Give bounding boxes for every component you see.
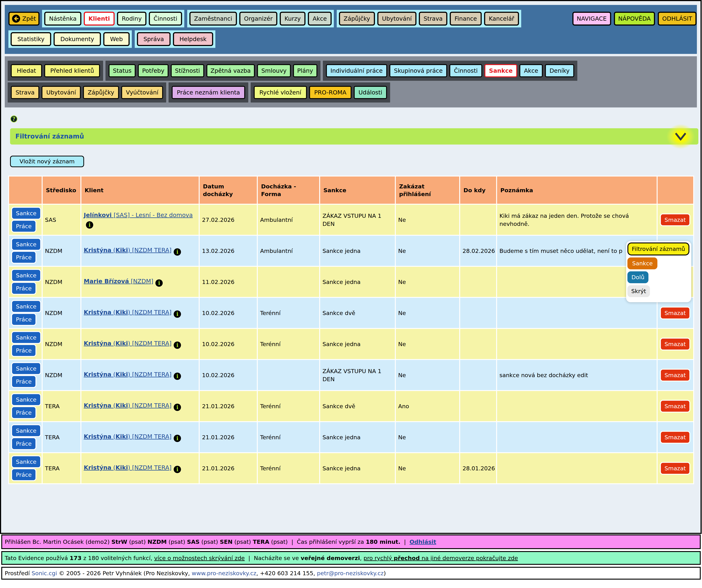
info-icon[interactable]: i [155, 279, 163, 287]
row-prace-button[interactable]: Práce [11, 406, 36, 419]
klient-link[interactable]: Kristýna (Kiki) [NZDM TERA] [84, 402, 171, 409]
nav-item-pot-eby[interactable]: Potřeby [138, 64, 168, 77]
klient-link[interactable]: Kristýna (Kiki) [NZDM TERA] [84, 371, 171, 378]
nav-item-klienti[interactable]: Klienti [84, 12, 115, 26]
hiding-options-link[interactable]: více o možnostech skrývání zde [154, 555, 245, 561]
info-icon[interactable]: i [86, 221, 93, 229]
filter-expand-control[interactable] [663, 121, 698, 152]
nav-item-finance[interactable]: Finance [450, 12, 481, 26]
row-prace-button[interactable]: Práce [11, 220, 36, 233]
nav-item-ubytov-n-[interactable]: Ubytování [41, 86, 81, 99]
delete-row-button[interactable]: Smazat [660, 462, 690, 475]
nav-item-dokumenty[interactable]: Dokumenty [53, 32, 101, 46]
delete-row-button[interactable]: Smazat [660, 213, 690, 226]
nav-item-organiz-r[interactable]: Organizér [239, 12, 277, 26]
nav-item--innosti[interactable]: Činnosti [149, 12, 182, 26]
demo-switch-link[interactable]: pro rychlý [363, 555, 393, 561]
nav-item-z-p-j-ky[interactable]: Zápůjčky [83, 86, 119, 99]
nav-item-akce[interactable]: Akce [308, 12, 332, 26]
nav-item-odhl-sit[interactable]: ODHLÁSIT [658, 12, 697, 26]
row-prace-button[interactable]: Práce [11, 468, 36, 481]
nav-item-smlouvy[interactable]: Smlouvy [257, 64, 291, 77]
filter-records-bar[interactable]: Filtrování záznamů [10, 128, 698, 145]
nav-item-den-ky[interactable]: Deníky [545, 64, 574, 77]
nav-item-kurzy[interactable]: Kurzy [280, 12, 306, 26]
klient-link[interactable]: Kristýna (Kiki) [NZDM TERA] [84, 247, 171, 254]
row-prace-button[interactable]: Práce [11, 437, 36, 450]
nav-item-hledat[interactable]: Hledat [11, 64, 42, 77]
nav-item-spr-va[interactable]: Správa [137, 32, 170, 46]
delete-row-button[interactable]: Smazat [660, 307, 690, 319]
row-sankce-button[interactable]: Sankce [11, 331, 41, 344]
info-icon[interactable]: i [174, 404, 181, 411]
info-icon[interactable]: i [174, 373, 181, 380]
website-link[interactable]: www.pro-neziskovky.cz [192, 570, 256, 577]
delete-row-button[interactable]: Smazat [660, 338, 690, 350]
nav-item-zp-tn-vazba[interactable]: Zpětná vazba [206, 64, 255, 77]
row-prace-button[interactable]: Práce [11, 344, 36, 357]
row-sankce-button[interactable]: Sankce [11, 455, 41, 468]
klient-link[interactable]: Kristýna (Kiki) [NZDM TERA] [84, 340, 171, 347]
footer-text-part[interactable]: přechod [394, 555, 420, 561]
delete-row-button[interactable]: Smazat [660, 431, 690, 444]
nav-item-akce[interactable]: Akce [519, 64, 543, 77]
nav-item-n-pov-da[interactable]: NÁPOVĚDA [614, 12, 655, 26]
nav-item-p-ehled-klient-[interactable]: Přehled klientů [44, 64, 100, 77]
row-sankce-button[interactable]: Sankce [11, 424, 41, 437]
nav-item-ud-losti[interactable]: Události [354, 86, 387, 99]
nav-item-n-st-nka[interactable]: Nástěnka [44, 12, 81, 26]
klient-link[interactable]: Kristýna (Kiki) [NZDM TERA] [84, 309, 171, 316]
nav-item-pro-roma[interactable]: PRO-ROMA [309, 86, 352, 99]
nav-item-kancel-[interactable]: Kancelář [484, 12, 519, 26]
info-icon[interactable]: i [174, 466, 181, 473]
email-link[interactable]: petr@pro-neziskovky.cz [317, 570, 384, 577]
nav-item-st-nosti[interactable]: Stížnosti [171, 64, 204, 77]
nav-item-helpdesk[interactable]: Helpdesk [173, 32, 213, 46]
info-icon[interactable]: i [174, 248, 181, 256]
klient-link[interactable]: Jelínkovi [SAS] - Lesní - Bez domova [84, 211, 193, 218]
row-sankce-button[interactable]: Sankce [11, 238, 41, 251]
info-icon[interactable]: i [174, 310, 181, 318]
row-sankce-button[interactable]: Sankce [11, 269, 41, 282]
nav-item-individu-ln-pr-ce[interactable]: Individuální práce [326, 64, 387, 77]
row-prace-button[interactable]: Práce [11, 251, 36, 264]
nav-item-statistiky[interactable]: Statistiky [11, 32, 51, 46]
sonic-link[interactable]: Sonic.cgi [32, 570, 57, 577]
nav-item-zam-stnanci[interactable]: Zaměstnanci [190, 12, 237, 26]
nav-item-vy-tov-n-[interactable]: Vyúčtování [121, 86, 163, 99]
row-prace-button[interactable]: Práce [11, 375, 36, 388]
context-menu-item-sankce[interactable]: Sankce [627, 258, 658, 269]
nav-item-web[interactable]: Web [103, 32, 130, 46]
nav-item-navigace[interactable]: NAVIGACE [572, 12, 611, 26]
nav-item-strava[interactable]: Strava [11, 86, 39, 99]
klient-link[interactable]: Kristýna (Kiki) [NZDM TERA] [84, 433, 171, 440]
klient-link[interactable]: Kristýna (Kiki) [NZDM TERA] [84, 464, 171, 471]
nav-item-rychl-vlo-en-[interactable]: Rychlé vložení [254, 86, 307, 99]
logout-link[interactable]: Odhlásit [410, 539, 436, 545]
info-icon[interactable]: i [174, 341, 181, 349]
nav-item-sankce[interactable]: Sankce [484, 64, 517, 77]
nav-item-status[interactable]: Status [109, 64, 136, 77]
nav-item-pr-ce-nezn-m-klienta[interactable]: Práce neznám klienta [172, 86, 245, 99]
context-menu-item-dol-[interactable]: Dolů [627, 271, 649, 283]
context-menu-item-filtrov-n-z-znam-[interactable]: Filtrování záznamů [627, 243, 689, 256]
context-menu-item-skr-t[interactable]: Skrýt [627, 285, 650, 297]
nav-item--innosti[interactable]: Činnosti [449, 64, 482, 77]
footer-text-part[interactable]: na jiné demoverze pokračujte zde [420, 555, 518, 561]
delete-row-button[interactable]: Smazat [660, 369, 690, 382]
row-prace-button[interactable]: Práce [11, 313, 36, 326]
nav-item-strava[interactable]: Strava [419, 12, 447, 26]
row-sankce-button[interactable]: Sankce [11, 207, 41, 219]
nav-item-pl-ny[interactable]: Plány [293, 64, 317, 77]
insert-new-record-button[interactable]: Vložit nový záznam [10, 156, 84, 167]
row-sankce-button[interactable]: Sankce [11, 393, 41, 406]
nav-item-rodiny[interactable]: Rodiny [117, 12, 146, 26]
help-icon[interactable]: ? [10, 116, 17, 122]
nav-item-skupinov-pr-ce[interactable]: Skupinová práce [389, 64, 447, 77]
klient-link[interactable]: Marie Břízová [NZDM] [84, 278, 153, 285]
back-button[interactable]: Zpět [8, 12, 39, 26]
info-icon[interactable]: i [174, 435, 181, 442]
row-sankce-button[interactable]: Sankce [11, 300, 41, 313]
row-prace-button[interactable]: Práce [11, 282, 36, 295]
delete-row-button[interactable]: Smazat [660, 400, 690, 413]
